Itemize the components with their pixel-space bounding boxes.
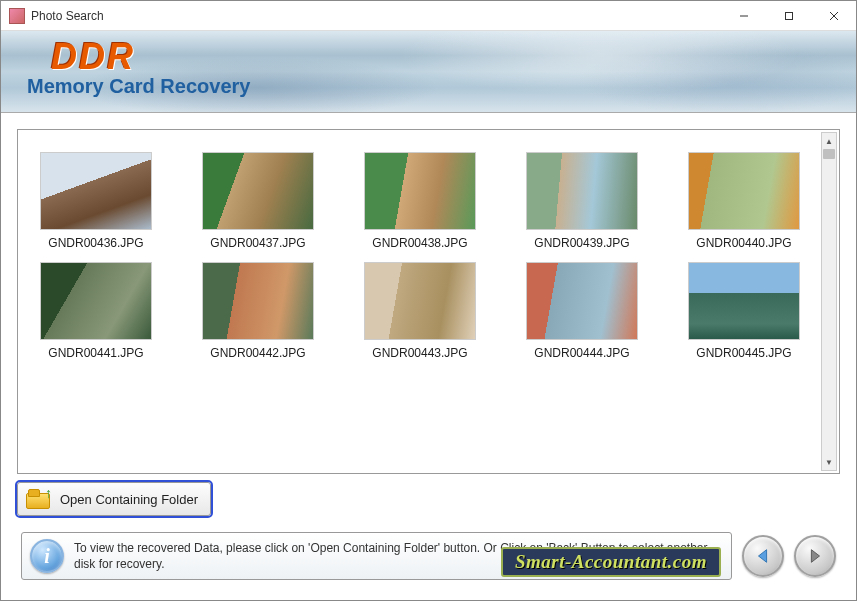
thumbnail-filename: GNDR00439.JPG [534, 236, 629, 250]
app-subtitle: Memory Card Recovery [27, 75, 836, 98]
close-button[interactable] [811, 2, 856, 30]
thumbnail-image[interactable] [40, 262, 152, 340]
maximize-button[interactable] [766, 2, 811, 30]
thumbnail-image[interactable] [526, 152, 638, 230]
info-bar: i To view the recovered Data, please cli… [21, 532, 732, 580]
thumbnail-item[interactable]: GNDR00441.JPG [31, 262, 161, 360]
window-title: Photo Search [31, 9, 104, 23]
svg-rect-1 [785, 12, 792, 19]
scrollbar-thumb[interactable] [823, 149, 835, 159]
back-button[interactable] [742, 535, 784, 577]
thumbnail-item[interactable]: GNDR00436.JPG [31, 152, 161, 250]
thumbnail-item[interactable]: GNDR00440.JPG [679, 152, 809, 250]
thumbnail-item[interactable]: GNDR00439.JPG [517, 152, 647, 250]
thumbnail-filename: GNDR00444.JPG [534, 346, 629, 360]
info-icon: i [30, 539, 64, 573]
header-banner: DDR Memory Card Recovery [1, 31, 856, 113]
thumbnail-image[interactable] [688, 262, 800, 340]
next-button[interactable] [794, 535, 836, 577]
thumbnail-scroll[interactable]: GNDR00436.JPGGNDR00437.JPGGNDR00438.JPGG… [20, 132, 820, 471]
minimize-button[interactable] [721, 2, 766, 30]
open-containing-folder-button[interactable]: ↑ Open Containing Folder [17, 482, 211, 516]
thumbnail-item[interactable]: GNDR00445.JPG [679, 262, 809, 360]
thumbnail-image[interactable] [364, 262, 476, 340]
app-window: Photo Search DDR Memory Card Recovery GN… [0, 0, 857, 601]
thumbnail-filename: GNDR00437.JPG [210, 236, 305, 250]
thumbnail-image[interactable] [526, 262, 638, 340]
thumbnail-image[interactable] [40, 152, 152, 230]
watermark: Smart-Accountant.com [501, 547, 721, 577]
thumbnail-item[interactable]: GNDR00438.JPG [355, 152, 485, 250]
up-arrow-icon: ↑ [45, 485, 52, 501]
thumbnail-panel: GNDR00436.JPGGNDR00437.JPGGNDR00438.JPGG… [17, 129, 840, 474]
folder-icon: ↑ [24, 487, 52, 511]
scroll-down-arrow-icon[interactable]: ▼ [822, 454, 836, 470]
titlebar: Photo Search [1, 1, 856, 31]
thumbnail-item[interactable]: GNDR00442.JPG [193, 262, 323, 360]
content-area: GNDR00436.JPGGNDR00437.JPGGNDR00438.JPGG… [1, 113, 856, 600]
thumbnail-image[interactable] [202, 152, 314, 230]
svg-marker-4 [759, 550, 767, 563]
thumbnail-item[interactable]: GNDR00443.JPG [355, 262, 485, 360]
logo-text: DDR [51, 39, 836, 75]
thumbnail-image[interactable] [688, 152, 800, 230]
thumbnail-item[interactable]: GNDR00444.JPG [517, 262, 647, 360]
thumbnail-filename: GNDR00445.JPG [696, 346, 791, 360]
app-icon [9, 8, 25, 24]
footer: i To view the recovered Data, please cli… [17, 532, 840, 584]
thumbnail-image[interactable] [364, 152, 476, 230]
thumbnail-filename: GNDR00443.JPG [372, 346, 467, 360]
scroll-up-arrow-icon[interactable]: ▲ [822, 133, 836, 149]
thumbnail-item[interactable]: GNDR00437.JPG [193, 152, 323, 250]
thumbnail-filename: GNDR00436.JPG [48, 236, 143, 250]
svg-marker-5 [811, 550, 819, 563]
open-containing-folder-label: Open Containing Folder [60, 492, 198, 507]
thumbnail-filename: GNDR00442.JPG [210, 346, 305, 360]
thumbnail-filename: GNDR00440.JPG [696, 236, 791, 250]
thumbnail-grid: GNDR00436.JPGGNDR00437.JPGGNDR00438.JPGG… [20, 132, 820, 380]
thumbnail-image[interactable] [202, 262, 314, 340]
action-row: ↑ Open Containing Folder [17, 482, 840, 524]
thumbnail-filename: GNDR00438.JPG [372, 236, 467, 250]
vertical-scrollbar[interactable]: ▲ ▼ [821, 132, 837, 471]
thumbnail-filename: GNDR00441.JPG [48, 346, 143, 360]
